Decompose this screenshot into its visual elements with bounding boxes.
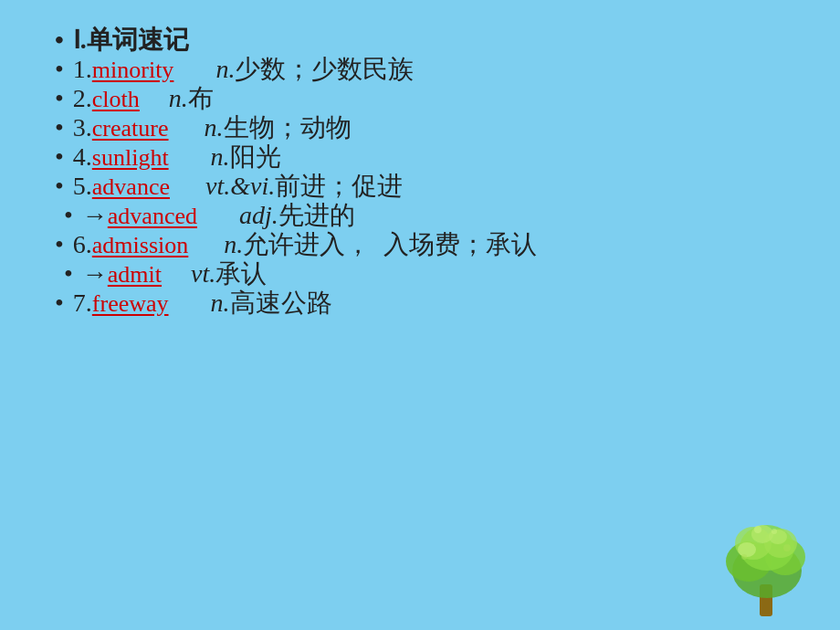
word-5a: advanced xyxy=(108,205,197,228)
list-item: • 5.advance vt.&vi.前进；促进 xyxy=(55,173,794,199)
arrow-6a: → xyxy=(82,261,108,287)
list-item: • 4.sunlight n.阳光 xyxy=(55,144,794,170)
svg-point-11 xyxy=(772,529,777,534)
svg-point-13 xyxy=(741,554,747,560)
blank-4 xyxy=(169,144,207,170)
word-3: creature xyxy=(92,117,169,141)
bullet-5a: • xyxy=(64,203,73,228)
blank-5a xyxy=(197,203,236,228)
bullet-5: • xyxy=(55,173,64,199)
blank-2 xyxy=(140,86,165,111)
svg-point-12 xyxy=(783,544,791,551)
number-6: 6. xyxy=(73,232,92,257)
list-item: • →advanced adj.先进的 xyxy=(55,203,794,228)
bullet-3: • xyxy=(55,115,64,141)
word-2: cloth xyxy=(92,88,140,111)
bullet-6: • xyxy=(55,232,64,257)
blank-5 xyxy=(170,173,202,199)
blank-6a xyxy=(162,261,187,287)
bullet-7: • xyxy=(55,290,64,316)
word-1: minority xyxy=(92,58,174,82)
word-list: • Ⅰ.单词速记 • 1.minority n.少数；少数民族 • 2.clot… xyxy=(55,27,794,316)
list-item: • 7.freeway n.高速公路 xyxy=(55,290,794,316)
word-6a: admit xyxy=(108,263,162,287)
svg-point-8 xyxy=(769,530,787,544)
svg-point-10 xyxy=(754,526,761,533)
list-item: • 2.cloth n.布 xyxy=(55,86,794,111)
main-content: • Ⅰ.单词速记 • 1.minority n.少数；少数民族 • 2.clot… xyxy=(0,0,840,347)
blank-3 xyxy=(169,115,201,141)
number-3: 3. xyxy=(73,115,92,141)
def-3: n.生物；动物 xyxy=(205,115,352,141)
number-1: 1. xyxy=(73,57,92,82)
blank-1 xyxy=(173,57,212,82)
word-5: advance xyxy=(92,175,170,199)
title-text: Ⅰ.单词速记 xyxy=(73,27,189,53)
number-7: 7. xyxy=(73,290,92,316)
def-1: n.少数；少数民族 xyxy=(215,57,414,82)
list-item: • 6.admission n.允许进入， 入场费；承认 xyxy=(55,232,794,257)
bullet-2: • xyxy=(55,86,64,111)
word-4: sunlight xyxy=(92,146,169,170)
blank-6 xyxy=(188,232,220,257)
list-item: • →admit vt.承认 xyxy=(55,261,794,287)
def-6: n.允许进入， 入场费；承认 xyxy=(224,232,537,257)
bullet-1: • xyxy=(55,57,64,82)
word-7: freeway xyxy=(92,292,169,316)
bullet-title: • xyxy=(55,27,64,53)
def-2: n.布 xyxy=(169,86,214,111)
list-item: • 3.creature n.生物；动物 xyxy=(55,115,794,141)
def-7: n.高速公路 xyxy=(211,290,332,316)
list-title: • Ⅰ.单词速记 xyxy=(55,27,794,53)
word-6: admission xyxy=(92,234,188,257)
def-6a: vt.承认 xyxy=(191,261,267,287)
arrow-5a: → xyxy=(82,203,108,228)
tree-decoration xyxy=(712,502,822,621)
number-4: 4. xyxy=(73,144,92,170)
def-5: vt.&vi.前进；促进 xyxy=(205,173,403,199)
def-4: n.阳光 xyxy=(211,144,281,170)
blank-7 xyxy=(169,290,207,316)
def-5a: adj.先进的 xyxy=(239,203,355,228)
bullet-6a: • xyxy=(64,261,73,287)
bullet-4: • xyxy=(55,144,64,170)
list-item: • 1.minority n.少数；少数民族 xyxy=(55,57,794,82)
svg-point-9 xyxy=(738,542,756,557)
number-5: 5. xyxy=(73,173,92,199)
number-2: 2. xyxy=(73,86,92,111)
